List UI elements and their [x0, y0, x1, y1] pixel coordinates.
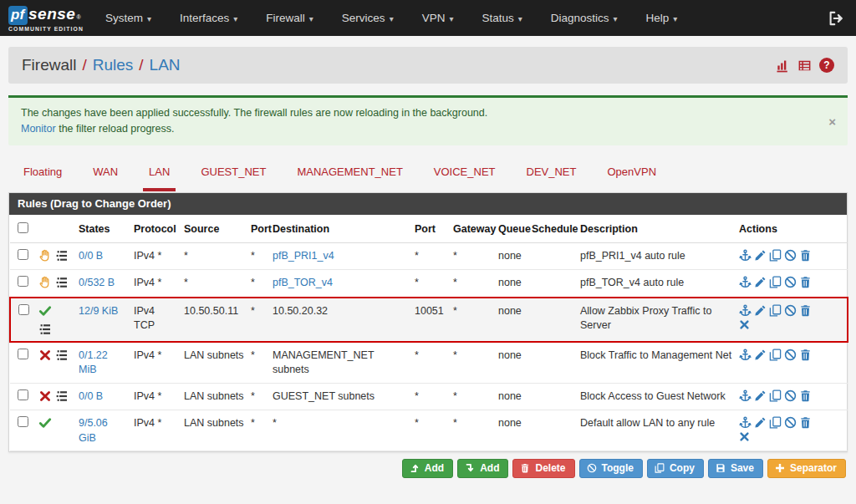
select-all-checkbox[interactable] — [18, 222, 28, 233]
col-queue: Queue — [495, 215, 528, 243]
disable-icon[interactable] — [784, 276, 797, 288]
anchor-icon[interactable] — [739, 389, 752, 402]
delete-icon[interactable] — [799, 416, 812, 429]
delete-icon[interactable] — [799, 349, 812, 361]
table-row[interactable]: 0/0 B IPv4 * * * pfB_PRI1_v4 * * none pf… — [10, 242, 848, 270]
breadcrumb-link-lan[interactable]: LAN — [150, 56, 181, 74]
remove-x-icon[interactable] — [739, 431, 750, 442]
edit-icon[interactable] — [754, 276, 767, 288]
logo-pf-badge: pf — [8, 6, 28, 25]
tab-guest-net[interactable]: GUEST_NET — [201, 165, 266, 191]
anchor-icon[interactable] — [739, 416, 752, 429]
nav-item-vpn[interactable]: VPN — [422, 12, 454, 24]
delete-rules-button[interactable]: Delete — [512, 459, 574, 478]
delete-icon[interactable] — [799, 249, 812, 262]
tab-openvpn[interactable]: OpenVPN — [607, 165, 656, 191]
states-link[interactable]: 12/9 KiB — [79, 305, 118, 317]
edit-icon[interactable] — [754, 249, 767, 262]
pfsense-logo[interactable]: pfsense® COMMUNITY EDITION — [8, 5, 84, 32]
add-rule-bottom-button[interactable]: Add — [457, 459, 508, 478]
col-src-port: Port — [247, 215, 269, 243]
level-up-icon — [410, 463, 420, 473]
add-rule-top-button[interactable]: Add — [402, 459, 453, 478]
states-link[interactable]: 0/0 B — [79, 250, 103, 262]
edit-icon[interactable] — [754, 349, 767, 361]
log-view-icon[interactable] — [797, 59, 812, 73]
states-link[interactable]: 9/5.06 GiB — [79, 417, 108, 444]
nav-item-firewall[interactable]: Firewall — [266, 12, 313, 24]
tab-management-net[interactable]: MANAGEMENT_NET — [297, 165, 402, 191]
disable-icon[interactable] — [784, 416, 797, 429]
destination-alias-link[interactable]: pfB_TOR_v4 — [273, 277, 333, 288]
col-destination: Destination — [269, 215, 411, 243]
copy-icon[interactable] — [769, 249, 782, 262]
table-row[interactable]: 0/1.22 MiB IPv4 * LAN subnets * MANAGEME… — [10, 342, 848, 384]
nav-item-help[interactable]: Help — [646, 12, 678, 24]
table-row-highlighted[interactable]: 12/9 KiB IPv4 TCP 10.50.50.11 * 10.50.20… — [10, 298, 848, 342]
delete-icon[interactable] — [799, 304, 812, 317]
edit-icon[interactable] — [754, 416, 767, 429]
col-protocol: Protocol — [130, 215, 181, 243]
copy-icon[interactable] — [769, 276, 782, 288]
remove-x-icon[interactable] — [739, 319, 750, 330]
toggle-rules-button[interactable]: Toggle — [579, 459, 643, 478]
nav-item-system[interactable]: System — [105, 12, 151, 24]
logo-edition-text: COMMUNITY EDITION — [8, 26, 84, 32]
close-icon[interactable]: × — [828, 115, 836, 128]
row-checkbox[interactable] — [18, 276, 28, 287]
delete-icon[interactable] — [799, 276, 812, 288]
rules-table: States Protocol Source Port Destination … — [9, 215, 848, 452]
copy-icon — [655, 463, 665, 473]
col-schedule: Schedule — [528, 215, 577, 243]
nav-item-diagnostics[interactable]: Diagnostics — [551, 12, 618, 24]
disable-icon[interactable] — [784, 249, 797, 262]
anchor-icon[interactable] — [739, 249, 752, 262]
nav-item-services[interactable]: Services — [342, 12, 394, 24]
table-row[interactable]: 0/0 B IPv4 * LAN subnets * GUEST_NET sub… — [10, 383, 848, 410]
states-link[interactable]: 0/0 B — [79, 390, 103, 402]
edit-icon[interactable] — [754, 304, 767, 317]
disable-icon[interactable] — [784, 349, 797, 361]
anchor-icon[interactable] — [739, 276, 752, 288]
row-checkbox[interactable] — [18, 389, 28, 400]
copy-icon[interactable] — [769, 416, 782, 429]
destination-alias-link[interactable]: pfB_PRI1_v4 — [273, 250, 334, 262]
tab-wan[interactable]: WAN — [93, 165, 118, 191]
breadcrumb-link-rules[interactable]: Rules — [93, 56, 134, 74]
copy-rules-button[interactable]: Copy — [647, 459, 704, 478]
table-row[interactable]: 9/5.06 GiB IPv4 * LAN subnets * * * * no… — [10, 410, 848, 451]
tab-voice-net[interactable]: VOICE_NET — [434, 165, 496, 191]
nav-item-status[interactable]: Status — [482, 12, 522, 24]
nav-item-interfaces[interactable]: Interfaces — [180, 12, 237, 24]
states-link[interactable]: 0/532 B — [79, 277, 115, 288]
states-link[interactable]: 0/1.22 MiB — [79, 349, 108, 376]
disable-icon[interactable] — [784, 304, 797, 317]
tab-lan[interactable]: LAN — [143, 165, 176, 191]
logout-icon[interactable] — [828, 10, 844, 27]
monitor-link[interactable]: Monitor — [21, 123, 56, 135]
row-checkbox[interactable] — [18, 304, 29, 315]
anchor-icon[interactable] — [739, 304, 752, 317]
copy-icon[interactable] — [769, 304, 782, 317]
help-icon[interactable]: ? — [819, 58, 834, 73]
chevron-down-icon — [614, 12, 618, 24]
alert-message-2: the filter reload progress. — [59, 123, 174, 135]
delete-icon[interactable] — [799, 389, 812, 402]
anchor-icon[interactable] — [739, 349, 752, 361]
row-checkbox[interactable] — [18, 249, 28, 260]
chevron-down-icon — [233, 12, 237, 24]
copy-icon[interactable] — [769, 389, 782, 402]
chevron-down-icon — [390, 12, 394, 24]
edit-icon[interactable] — [754, 389, 767, 402]
log-list-icon — [55, 276, 69, 289]
tab-floating[interactable]: Floating — [23, 165, 62, 191]
row-checkbox[interactable] — [18, 416, 28, 427]
disable-icon[interactable] — [784, 389, 797, 402]
row-checkbox[interactable] — [18, 349, 28, 359]
table-row[interactable]: 0/532 B IPv4 * * * pfB_TOR_v4 * * none p… — [10, 270, 848, 298]
add-separator-button[interactable]: Separator — [767, 459, 846, 478]
save-rules-button[interactable]: Save — [708, 459, 763, 478]
copy-icon[interactable] — [769, 349, 782, 361]
bar-chart-icon[interactable] — [776, 59, 790, 73]
tab-dev-net[interactable]: DEV_NET — [527, 165, 577, 191]
